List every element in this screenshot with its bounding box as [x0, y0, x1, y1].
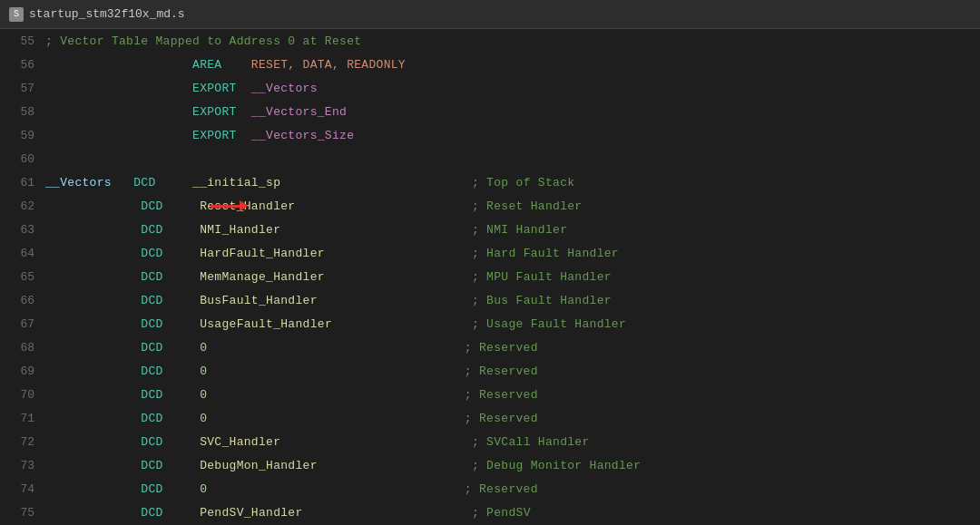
table-row: 74 DCD 0 ; Reserved [0, 477, 980, 501]
table-row: 65 DCD MemManage_Handler ; MPU Fault Han… [0, 265, 980, 288]
code-area: 55; Vector Table Mapped to Address 0 at … [0, 29, 980, 525]
line-number: 60 [0, 152, 45, 166]
line-number: 58 [0, 105, 45, 119]
table-row: 75 DCD PendSV_Handler ; PendSV [0, 501, 980, 524]
line-number: 57 [0, 82, 45, 95]
line-content: DCD Reset_Handler ; Reset Handler [45, 199, 980, 213]
line-content: EXPORT __Vectors [45, 82, 980, 95]
line-content: DCD HardFault_Handler ; Hard Fault Handl… [45, 247, 980, 260]
line-content: DCD 0 ; Reserved [45, 412, 980, 425]
line-content: EXPORT __Vectors_Size [45, 129, 980, 142]
table-row: 55; Vector Table Mapped to Address 0 at … [0, 29, 980, 53]
line-number: 55 [0, 34, 45, 48]
line-number: 64 [0, 247, 45, 260]
file-icon: S [9, 7, 24, 22]
line-content: DCD DebugMon_Handler ; Debug Monitor Han… [45, 459, 980, 472]
table-row: 60 [0, 147, 980, 170]
table-row: 66 DCD BusFault_Handler ; Bus Fault Hand… [0, 288, 980, 312]
line-number: 62 [0, 199, 45, 213]
table-row: 59 EXPORT __Vectors_Size [0, 123, 980, 147]
line-content: DCD 0 ; Reserved [45, 482, 980, 496]
line-number: 56 [0, 58, 45, 72]
line-content: __Vectors DCD __initial_sp ; Top of Stac… [45, 176, 980, 190]
line-number: 70 [0, 388, 45, 402]
line-content: EXPORT __Vectors_End [45, 105, 980, 119]
line-number: 74 [0, 482, 45, 496]
table-row: 63 DCD NMI_Handler ; NMI Handler [0, 218, 980, 241]
table-row: 61__Vectors DCD __initial_sp ; Top of St… [0, 170, 980, 194]
title-bar: S startup_stm32f10x_md.s [0, 0, 980, 29]
table-row: 62 DCD Reset_Handler ; Reset Handler [0, 194, 980, 218]
table-row: 68 DCD 0 ; Reserved [0, 335, 980, 359]
line-content: DCD 0 ; Reserved [45, 341, 980, 355]
table-row: 70 DCD 0 ; Reserved [0, 383, 980, 406]
line-content: ; Vector Table Mapped to Address 0 at Re… [45, 34, 980, 48]
line-content: DCD NMI_Handler ; NMI Handler [45, 223, 980, 237]
line-number: 73 [0, 459, 45, 472]
line-number: 63 [0, 223, 45, 237]
line-number: 75 [0, 506, 45, 520]
table-row: 56 AREA RESET, DATA, READONLY [0, 53, 980, 76]
line-number: 65 [0, 270, 45, 284]
line-content: AREA RESET, DATA, READONLY [45, 58, 980, 72]
table-row: 57 EXPORT __Vectors [0, 76, 980, 100]
line-content: DCD MemManage_Handler ; MPU Fault Handle… [45, 270, 980, 284]
table-row: 64 DCD HardFault_Handler ; Hard Fault Ha… [0, 241, 980, 265]
line-content: DCD BusFault_Handler ; Bus Fault Handler [45, 294, 980, 307]
line-number: 61 [0, 176, 45, 190]
line-number: 68 [0, 341, 45, 355]
line-content: DCD UsageFault_Handler ; Usage Fault Han… [45, 317, 980, 331]
line-number: 71 [0, 412, 45, 425]
line-number: 69 [0, 365, 45, 378]
line-content: DCD 0 ; Reserved [45, 388, 980, 402]
table-row: 69 DCD 0 ; Reserved [0, 359, 980, 383]
line-content: DCD PendSV_Handler ; PendSV [45, 506, 980, 520]
line-number: 59 [0, 129, 45, 142]
table-row: 67 DCD UsageFault_Handler ; Usage Fault … [0, 312, 980, 335]
table-row: 71 DCD 0 ; Reserved [0, 406, 980, 430]
table-row: 73 DCD DebugMon_Handler ; Debug Monitor … [0, 453, 980, 477]
table-row: 72 DCD SVC_Handler ; SVCall Handler [0, 430, 980, 453]
line-content: DCD SVC_Handler ; SVCall Handler [45, 435, 980, 449]
filename-label: startup_stm32f10x_md.s [29, 7, 185, 21]
line-content: DCD 0 ; Reserved [45, 365, 980, 378]
line-number: 67 [0, 317, 45, 331]
line-number: 66 [0, 294, 45, 307]
line-number: 72 [0, 435, 45, 449]
table-row: 58 EXPORT __Vectors_End [0, 100, 980, 123]
